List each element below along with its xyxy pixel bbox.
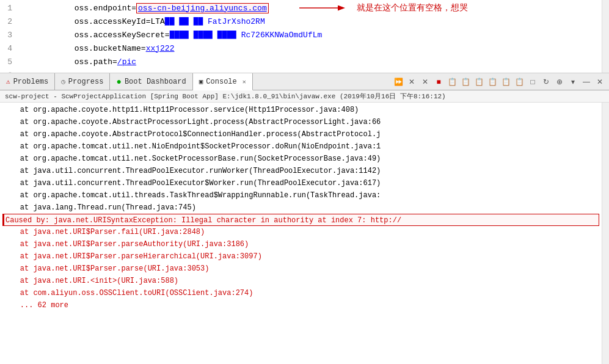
line-text-1: oss.endpoint=oss-cn-beijing.aliyuncs.com: [17, 0, 269, 23]
tab-progress[interactable]: ◷ Progress: [55, 73, 110, 90]
line-number-4: 4: [1, 44, 12, 53]
line-number-1: 1: [1, 4, 12, 13]
value-link-1: oss-cn-beijing.aliyuncs.com: [138, 4, 267, 13]
toolbar-btn-6[interactable]: 📋: [473, 76, 484, 87]
boot-icon: ●: [116, 77, 121, 87]
toolbar-btn-stop[interactable]: ■: [433, 76, 444, 87]
toolbar-btn-9[interactable]: 📋: [514, 76, 525, 87]
console-line: Caused by: java.net.URISyntaxException: …: [2, 214, 599, 226]
tab-progress-label: Progress: [68, 78, 104, 86]
tab-console[interactable]: ▣ Console ✕: [193, 73, 253, 90]
tab-bar: ⚠ Problems ◷ Progress ● Boot Dashboard ▣…: [0, 73, 609, 90]
console-line: at org.apache.coyote.AbstractProtocol$Co…: [2, 128, 599, 140]
console-line: at java.net.URI$Parser.parse(URI.java:30…: [2, 263, 599, 275]
arrow-icon: [299, 1, 354, 15]
toolbar-btn-2[interactable]: ✕: [406, 76, 417, 87]
toolbar-btn-8[interactable]: 📋: [500, 76, 511, 87]
annotation: 就是在这个位置有空格，想哭: [299, 1, 468, 15]
console-header: scw-project - ScwProjectApplication [Spr…: [0, 90, 609, 103]
console-line: at java.util.concurrent.ThreadPoolExecut…: [2, 165, 599, 177]
value-5: /pic: [117, 57, 136, 67]
tab-boot-label: Boot Dashboard: [125, 78, 186, 86]
problems-icon: ⚠: [6, 78, 10, 86]
tab-problems-label: Problems: [13, 78, 49, 86]
console-line: at java.net.URI$Parser.fail(URI.java:284…: [2, 226, 599, 238]
progress-icon: ◷: [61, 78, 65, 86]
console-line: at org.apache.tomcat.util.threads.TaskTh…: [2, 189, 599, 202]
line-number-2: 2: [1, 17, 12, 26]
toolbar-btn-7[interactable]: 📋: [487, 76, 498, 87]
value-3: ████ ████ ████ Rc726KKNWaOmdUfLm: [170, 31, 323, 40]
console-line: at org.apache.tomcat.util.net.NioEndpoin…: [2, 140, 599, 153]
editor-line-1: 1 oss.endpoint=oss-cn-beijing.aliyuncs.c…: [0, 1, 602, 15]
key-1: oss.endpoint=: [75, 4, 136, 13]
editor-area: 1 oss.endpoint=oss-cn-beijing.aliyuncs.c…: [0, 0, 609, 73]
editor-line-5: 5 oss.path=/pic: [0, 55, 602, 68]
tab-bar-toolbar: ⏩ ✕ ✕ ■ 📋 📋 📋 📋 📋 📋 □ ↻ ⊕ ▾ — ✕: [389, 73, 609, 90]
line-number-3: 3: [1, 31, 12, 40]
tab-console-close[interactable]: ✕: [243, 78, 246, 86]
editor-content: 1 oss.endpoint=oss-cn-beijing.aliyuncs.c…: [0, 0, 602, 73]
console-line: at java.net.URI$Parser.parseAuthority(UR…: [2, 238, 599, 250]
toolbar-btn-12[interactable]: ⊕: [554, 76, 565, 87]
console-line: at org.apache.coyote.AbstractProcessorLi…: [2, 116, 599, 128]
line-number-6: 6: [1, 71, 12, 74]
console-output[interactable]: at org.apache.coyote.http11.Http11Proces…: [0, 103, 602, 364]
console-line: at java.net.URI$Parser.parseHierarchical…: [2, 250, 599, 263]
toolbar-btn-close[interactable]: ✕: [594, 76, 605, 87]
annotation-text: 就是在这个位置有空格，想哭: [357, 2, 468, 13]
line-number-5: 5: [1, 57, 12, 67]
tab-console-label: Console: [206, 78, 236, 86]
console-line: at java.util.concurrent.ThreadPoolExecut…: [2, 177, 599, 189]
toolbar-btn-10[interactable]: □: [527, 76, 538, 87]
editor-vscrollbar[interactable]: [602, 0, 609, 73]
toolbar-btn-11[interactable]: ↻: [541, 76, 552, 87]
console-line: at java.lang.Thread.run(Thread.java:745): [2, 202, 599, 214]
console-body: at org.apache.coyote.http11.Http11Proces…: [0, 103, 609, 364]
toolbar-btn-minimize[interactable]: —: [581, 76, 592, 87]
console-area: scw-project - ScwProjectApplication [Spr…: [0, 90, 609, 364]
console-line: at org.apache.tomcat.util.net.SocketProc…: [2, 153, 599, 165]
console-line: at org.apache.coyote.http11.Http11Proces…: [2, 104, 599, 116]
toolbar-btn-1[interactable]: ⏩: [393, 76, 404, 87]
console-line: at java.net.URI.<init>(URI.java:588): [2, 275, 599, 287]
value-highlight-1: oss-cn-beijing.aliyuncs.com: [136, 3, 269, 13]
toolbar-btn-5[interactable]: 📋: [460, 76, 471, 87]
console-line: ... 62 more: [2, 299, 599, 311]
console-line: at com.aliyun.oss.OSSClient.toURI(OSSCli…: [2, 287, 599, 299]
tab-boot-dashboard[interactable]: ● Boot Dashboard: [110, 73, 192, 90]
console-icon: ▣: [199, 78, 203, 86]
tab-problems[interactable]: ⚠ Problems: [0, 73, 55, 90]
key-5: oss.path=: [75, 57, 117, 67]
toolbar-btn-4[interactable]: 📋: [447, 76, 458, 87]
toolbar-btn-menu[interactable]: ▾: [567, 76, 578, 87]
value-4: xxj222: [146, 44, 175, 53]
line-text-5: oss.path=/pic: [17, 48, 136, 74]
console-vscrollbar[interactable]: [602, 103, 609, 364]
toolbar-btn-3[interactable]: ✕: [420, 76, 431, 87]
